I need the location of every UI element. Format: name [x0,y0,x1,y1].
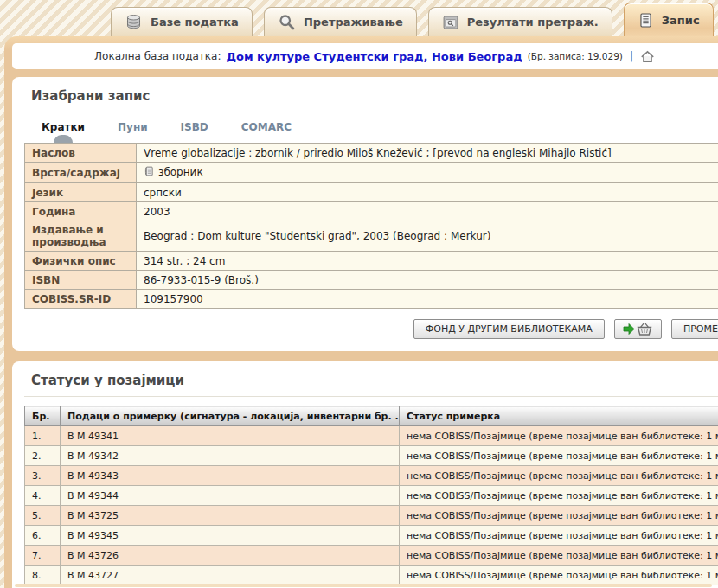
loan-statuses-table: Бр. Подаци о примерку (сигнатура - локац… [24,406,718,585]
tab-label: Запис [662,14,700,27]
loan-item-row: 7. B M 43726 нема COBISS/Позајмице (врем… [25,546,718,566]
record-actions: ФОНД У ДРУГИМ БИБЛИОТЕКАМА ПРОМЕНИ ЗАХ [24,319,718,339]
loan-item-status: нема COBISS/Позајмице (време позајмице в… [400,466,718,486]
loan-item-signature: B M 49343 [61,466,400,486]
record-fields-table: Наслов Vreme globalizacije : zbornik / p… [24,143,718,309]
view-tab-full[interactable]: Пуни [114,121,151,143]
record-field-row: COBISS.SR-ID 109157900 [25,290,718,309]
record-view-tabs: Кратки Пуни ISBD COMARC [38,121,718,143]
loan-item-number: 1. [25,426,61,446]
loan-item-signature: B M 49341 [61,426,400,446]
record-field-value: 86-7933-015-9 (Broš.) [137,271,718,290]
record-field-row: Физички опис 314 str. ; 24 cm [25,252,718,271]
loan-item-signature: B M 43725 [61,506,400,526]
loan-item-number: 7. [25,546,61,566]
loan-item-status: нема COBISS/Позајмице (време позајмице в… [400,446,718,466]
loan-item-row: 4. B M 49344 нема COBISS/Позајмице (врем… [25,486,718,506]
record-field-value: Vreme globalizacije : zbornik / priredio… [137,144,718,163]
record-field-label: Наслов [25,144,137,163]
database-icon [125,13,143,31]
loan-item-status: нема COBISS/Позајмице (време позајмице в… [400,546,718,566]
loan-item-status: нема COBISS/Позајмице (време позајмице в… [400,566,718,585]
loan-item-number: 6. [25,526,61,546]
view-tab-short[interactable]: Кратки [38,121,88,143]
tab-label: Претраживање [304,16,403,29]
record-field-label: Језик [25,183,137,202]
loan-item-signature: B M 49342 [61,446,400,466]
loan-item-status: нема COBISS/Позајмице (време позајмице в… [400,426,718,446]
holdings-other-libraries-button[interactable]: ФОНД У ДРУГИМ БИБЛИОТЕКАМА [413,319,605,339]
main-container: Локална база податка: Дом културе Студен… [4,36,718,588]
loan-statuses-panel: Статуси у позајмици Бр. Подаци о примерк… [12,361,718,588]
record-field-value: српски [137,183,718,202]
divider: | [628,50,635,62]
record-field-row: Наслов Vreme globalizacije : zbornik / p… [25,144,718,163]
record-field-row: Врста/садржај зборник [25,163,718,183]
magnifier-icon [278,13,296,31]
loan-item-row: 5. B M 43725 нема COBISS/Позајмице (врем… [25,506,718,526]
local-database-bar: Локална база податка: Дом културе Студен… [12,43,718,69]
tab-search-results[interactable]: Резултати претраж. [428,7,612,36]
record-document-icon [638,12,654,29]
loan-item-row: 1. B M 49341 нема COBISS/Позајмице (врем… [25,426,718,446]
tab-databases[interactable]: Базе податка [111,7,253,36]
record-field-label: Година [25,202,137,221]
loan-item-signature: B M 43726 [61,546,400,566]
record-field-value: 314 str. ; 24 cm [137,252,718,271]
loan-item-row: 3. B M 49343 нема COBISS/Позајмице (врем… [25,466,718,486]
loan-item-row: 2. B M 49342 нема COBISS/Позајмице (врем… [25,446,718,466]
loan-item-number: 2. [25,446,61,466]
loan-item-number: 5. [25,506,61,526]
add-to-basket-button[interactable] [614,319,662,339]
loan-table-header-row: Бр. Подаци о примерку (сигнатура - локац… [25,406,718,426]
loan-item-number: 4. [25,486,61,506]
record-field-row: Година 2003 [25,202,718,221]
record-field-value: 2003 [137,202,718,221]
loan-item-signature: B M 49345 [61,526,400,546]
record-field-label: Издавање и производња [25,221,137,252]
tab-label: Базе податка [151,16,239,29]
loan-item-signature: B M 49344 [61,486,400,506]
column-item-info: Подаци о примерку (сигнатура - локација,… [61,406,400,426]
search-results-icon [442,14,459,31]
loan-item-number: 3. [25,466,61,486]
library-name-link[interactable]: Дом културе Студентски град, Нови Београ… [226,50,522,63]
basket-arrow-icon [623,322,653,336]
loan-item-row: 6. B M 49345 нема COBISS/Позајмице (врем… [25,526,718,546]
tab-search[interactable]: Претраживање [264,7,417,36]
local-database-prefix: Локална база податка: [94,50,221,62]
view-tab-isbd[interactable]: ISBD [177,121,212,143]
column-number: Бр. [25,406,61,426]
booklet-icon [144,165,155,180]
record-field-label: Физички опис [25,252,137,271]
record-field-value: Beograd : Dom kulture "Studentski grad",… [137,221,718,252]
column-status: Статус примерка [400,406,718,426]
main-tab-bar: Базе податка Претраживање Резултати прет… [0,0,718,36]
loan-item-number: 8. [25,566,61,585]
loan-item-signature: B M 43727 [61,566,400,585]
loan-item-status: нема COBISS/Позајмице (време позајмице в… [400,506,718,526]
change-request-button[interactable]: ПРОМЕНИ ЗАХ [671,319,718,339]
record-field-label: COBISS.SR-ID [25,290,137,309]
loan-statuses-title: Статуси у позајмици [24,370,718,397]
record-count: (Бр. записа: 19.029) [528,51,623,61]
selected-record-panel: Изабрани запис Кратки Пуни ISBD COMARC Н… [12,77,718,351]
record-field-value: 109157900 [137,290,718,309]
home-icon[interactable] [640,49,655,64]
record-field-row: ISBN 86-7933-015-9 (Broš.) [25,271,718,290]
tab-record[interactable]: Запис [624,3,714,36]
tab-label: Резултати претраж. [467,16,599,29]
loan-item-status: нема COBISS/Позајмице (време позајмице в… [400,526,718,546]
loan-item-row: 8. B M 43727 нема COBISS/Позајмице (врем… [25,566,718,585]
loan-item-status: нема COBISS/Позајмице (време позајмице в… [400,486,718,506]
record-field-row: Језик српски [25,183,718,202]
record-field-label: Врста/садржај [25,163,137,183]
record-field-label: ISBN [25,271,137,290]
selected-record-title: Изабрани запис [24,86,718,112]
record-field-row: Издавање и производња Beograd : Dom kult… [25,221,718,252]
view-tab-comarc[interactable]: COMARC [238,121,295,143]
record-field-value: зборник [137,163,718,183]
